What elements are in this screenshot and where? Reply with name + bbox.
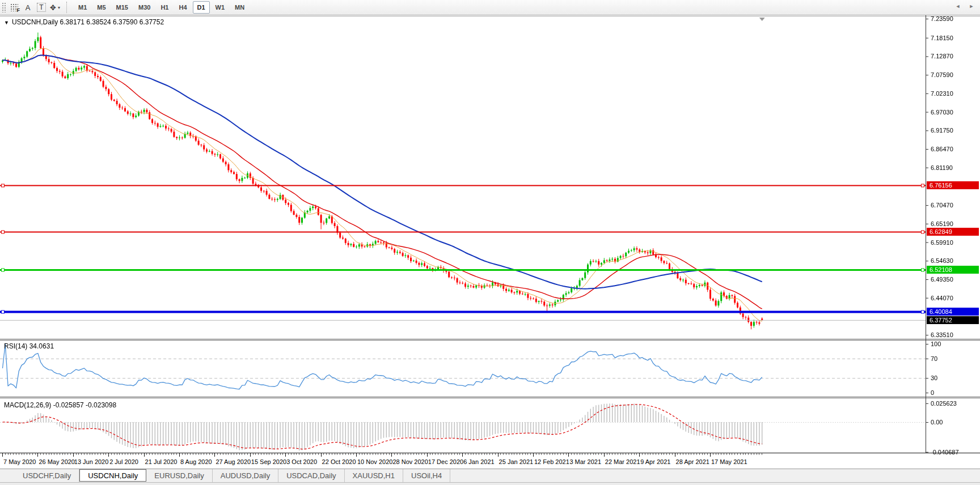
chart-tab-bar: USDCHF,DailyUSDCNH,DailyEURUSD,DailyAUDU… bbox=[0, 469, 980, 482]
date-tick bbox=[498, 453, 499, 457]
fibonacci-grid-glyph: F bbox=[10, 3, 18, 11]
price-axis-tick: 6.49350 bbox=[931, 276, 953, 283]
timeframe-button-h4[interactable]: H4 bbox=[174, 1, 191, 14]
timeframe-button-m15[interactable]: M15 bbox=[112, 1, 133, 14]
date-tick bbox=[214, 453, 215, 457]
chart-tab-audusd[interactable]: AUDUSD,Daily bbox=[213, 469, 278, 482]
price-level-badge: 6.62849 bbox=[927, 228, 979, 236]
timeframe-button-m1[interactable]: M1 bbox=[74, 1, 91, 14]
chart-title: ▼USDCNH,Daily 6.38171 6.38524 6.37590 6.… bbox=[4, 18, 164, 26]
price-axis-tick: 6.54630 bbox=[931, 257, 953, 264]
timeframe-button-d1[interactable]: D1 bbox=[193, 1, 210, 14]
date-tick bbox=[391, 453, 392, 457]
text-label-icon[interactable]: A bbox=[22, 2, 34, 14]
price-axis-tick: 6.70470 bbox=[931, 202, 953, 209]
date-label: 22 Mar 2021 bbox=[605, 458, 640, 465]
date-tick bbox=[2, 453, 3, 457]
toolbar-separator bbox=[66, 2, 70, 13]
timeframe-button-m30[interactable]: M30 bbox=[134, 1, 155, 14]
price-axis-tick: 6.65190 bbox=[931, 220, 953, 227]
tab-scroll-left-icon[interactable]: ◄ bbox=[954, 2, 962, 10]
date-tick bbox=[285, 453, 286, 457]
date-label: 17 Dec 2020 bbox=[428, 458, 463, 465]
date-label: 3 Oct 2020 bbox=[286, 458, 317, 465]
collapse-triangle-icon[interactable]: ▼ bbox=[4, 20, 9, 25]
date-tick bbox=[568, 453, 569, 457]
date-label: 2 Jul 2020 bbox=[109, 458, 138, 465]
timeframe-button-m5[interactable]: M5 bbox=[92, 1, 110, 14]
rsi-axis-tick: 70 bbox=[931, 355, 937, 362]
macd-axis-tick: 0.00 bbox=[931, 419, 943, 426]
date-tick bbox=[639, 453, 640, 457]
date-tick bbox=[321, 453, 322, 457]
date-label: 3 Mar 2021 bbox=[569, 458, 601, 465]
macd-indicator-label: MACD(12,26,9) -0.025857 -0.023098 bbox=[4, 401, 116, 409]
date-tick bbox=[675, 453, 675, 457]
date-label: 15 Sep 2020 bbox=[251, 458, 286, 465]
price-axis-tick: 6.91750 bbox=[931, 127, 953, 134]
chart-tab-usdcad[interactable]: USDCAD,Daily bbox=[278, 469, 344, 482]
date-tick bbox=[179, 453, 180, 457]
date-tick bbox=[356, 453, 357, 457]
date-axis-minor-ticks bbox=[2, 453, 763, 455]
chart-tab-usoil[interactable]: USOil,H4 bbox=[403, 469, 450, 482]
tab-scroll-right-icon[interactable]: ► bbox=[968, 2, 975, 10]
price-axis-tick: 7.12870 bbox=[931, 53, 953, 59]
price-axis-tick: 6.44070 bbox=[931, 295, 953, 301]
rsi-axis-tick: 0 bbox=[931, 389, 934, 396]
macd-axis-tick: 0.025623 bbox=[931, 400, 957, 407]
price-axis-tick: 6.59910 bbox=[931, 239, 953, 246]
date-tick bbox=[73, 453, 74, 457]
date-label: 12 Feb 2021 bbox=[534, 458, 569, 465]
tab-scroll-arrows: ◄ ► bbox=[954, 2, 975, 10]
mt4-application: F A T ✥▾ M1M5M15M30H1H4D1W1MN ▼USDCNH,Da… bbox=[0, 0, 980, 485]
date-label: 13 Jun 2020 bbox=[74, 458, 109, 465]
date-tick bbox=[108, 453, 109, 457]
price-level-badge: 6.52108 bbox=[927, 266, 979, 274]
timeframe-button-w1[interactable]: W1 bbox=[211, 1, 230, 14]
date-tick bbox=[533, 453, 534, 457]
date-tick bbox=[710, 453, 711, 457]
chart-title-text: USDCNH,Daily 6.38171 6.38524 6.37590 6.3… bbox=[12, 18, 164, 26]
timeframe-buttons: M1M5M15M30H1H4D1W1MN bbox=[73, 1, 250, 14]
window-bottom-strip bbox=[0, 482, 980, 485]
price-axis-tick: 7.23590 bbox=[931, 15, 953, 22]
price-axis-tick: 7.02310 bbox=[931, 90, 953, 97]
date-label: 28 Nov 2020 bbox=[392, 458, 428, 465]
price-level-badge: 6.40084 bbox=[927, 308, 979, 316]
macd-axis-tick: -0.040687 bbox=[931, 449, 959, 456]
text-box-icon[interactable]: T bbox=[35, 2, 48, 14]
price-axis-tick: 6.86470 bbox=[931, 146, 953, 152]
price-axis-tick: 6.81190 bbox=[931, 164, 953, 171]
chart-tab-usdcnh[interactable]: USDCNH,Daily bbox=[79, 469, 146, 482]
chart-tab-xauusd[interactable]: XAUUSD,H1 bbox=[345, 469, 403, 482]
chart-canvas[interactable] bbox=[0, 15, 980, 453]
fibonacci-tool-icon[interactable]: F bbox=[8, 2, 20, 14]
arrows-tool-icon[interactable]: ✥▾ bbox=[49, 2, 61, 14]
price-axis-tick: 7.18150 bbox=[931, 35, 953, 41]
date-label: 26 May 2020 bbox=[39, 458, 75, 465]
date-label: 8 Aug 2020 bbox=[180, 458, 212, 465]
toolbar: F A T ✥▾ M1M5M15M30H1H4D1W1MN bbox=[0, 0, 980, 15]
price-level-badge: 6.76156 bbox=[927, 181, 979, 189]
chart-window: ▼USDCNH,Daily 6.38171 6.38524 6.37590 6.… bbox=[0, 15, 980, 453]
date-label: 6 Jan 2021 bbox=[463, 458, 494, 465]
date-tick bbox=[250, 453, 251, 457]
date-label: 10 Nov 2020 bbox=[357, 458, 392, 465]
date-label: 25 Jan 2021 bbox=[499, 458, 534, 465]
timeframe-button-mn[interactable]: MN bbox=[230, 1, 249, 14]
date-label: 22 Oct 2020 bbox=[322, 458, 356, 465]
toolbar-grip[interactable] bbox=[2, 2, 6, 12]
price-axis-tick: 7.07590 bbox=[931, 71, 953, 78]
dropdown-caret-icon[interactable]: ▾ bbox=[58, 5, 60, 10]
date-tick bbox=[462, 453, 463, 457]
timeframe-button-h1[interactable]: H1 bbox=[156, 1, 173, 14]
date-tick bbox=[427, 453, 428, 457]
date-tick bbox=[604, 453, 605, 457]
rsi-axis-tick: 100 bbox=[931, 341, 941, 347]
date-label: 7 May 2020 bbox=[3, 458, 36, 465]
chart-tab-eurusd[interactable]: EURUSD,Daily bbox=[146, 469, 212, 482]
date-label: 21 Jul 2020 bbox=[145, 458, 178, 465]
date-axis: 7 May 202026 May 202013 Jun 20202 Jul 20… bbox=[0, 453, 980, 469]
chart-tab-usdchf[interactable]: USDCHF,Daily bbox=[15, 469, 79, 482]
